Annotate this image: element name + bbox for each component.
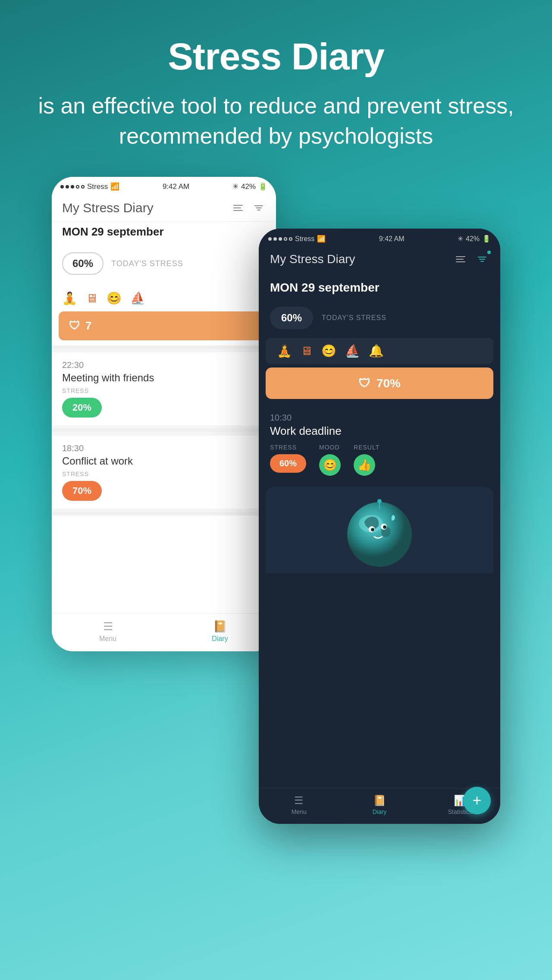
metric-result-col: RESULT 👍 <box>354 444 380 476</box>
filter-icon-dark <box>478 257 486 262</box>
globe-illustration <box>341 491 418 569</box>
filter-button-dark[interactable] <box>475 252 489 266</box>
battery-pct-light: 42% <box>241 182 256 191</box>
stress-icon-4-light: ⛵ <box>130 291 145 305</box>
time-dark: 9:42 AM <box>379 235 405 243</box>
entry-stress-label-1-light: STRESS <box>62 387 266 394</box>
icons-row-dark: 🧘 🖥 😊 ⛵ 🔔 <box>266 338 493 364</box>
svg-point-0 <box>347 502 412 567</box>
entry-metrics-dark: STRESS 60% MOOD 😊 RESULT 👍 <box>270 444 489 476</box>
stress-bar-value-dark: 70% <box>376 377 401 390</box>
entry-time-1-dark: 10:30 <box>270 413 489 423</box>
metric-stress-col: STRESS 60% <box>270 444 306 473</box>
wifi-icon-dark: 📶 <box>317 235 326 243</box>
filter-dot-dark <box>487 251 491 254</box>
battery-pct-dark: 42% <box>466 235 480 243</box>
entry-time-1-light: 22:30 <box>62 360 266 370</box>
entry-time-2-light: 18:30 <box>62 443 266 453</box>
diary-entry-2-light[interactable]: 18:30 Conflict at work STRESS 70% <box>52 436 276 509</box>
lines-button-light[interactable] <box>231 201 245 215</box>
time-light: 9:42 AM <box>163 182 189 191</box>
app-title-light: My Stress Diary <box>62 201 154 215</box>
battery-icon-light: 🔋 <box>258 182 267 191</box>
nav-menu-light[interactable]: ☰ Menu <box>52 620 164 643</box>
filter-button-light[interactable] <box>252 201 266 215</box>
lines-icon-dark <box>456 256 465 262</box>
diary-entry-1-light[interactable]: 22:30 Meeting with friends STRESS 20% <box>52 352 276 425</box>
svg-point-4 <box>372 528 374 530</box>
metric-stress-label: STRESS <box>270 444 306 451</box>
carrier-light: Stress <box>87 182 108 191</box>
fab-icon: + <box>472 792 481 810</box>
app-subtitle: is an effective tool to reduce and preve… <box>34 91 518 151</box>
entry-stress-label-2-light: STRESS <box>62 471 266 477</box>
icons-row-light: 🧘 🖥 😊 ⛵ <box>52 287 276 310</box>
carrier-dark: Stress <box>295 235 314 243</box>
stress-bar-dark: 🛡 70% <box>266 368 493 399</box>
globe-section <box>266 487 493 573</box>
stress-pill-1-light: 20% <box>62 398 102 418</box>
dark-content: MON 29 september 60% TODAY'S STRESS 🧘 🖥 … <box>259 272 500 578</box>
metric-stress-value: 60% <box>270 454 306 473</box>
app-title-dark: My Stress Diary <box>270 252 355 266</box>
mood-icon-circle: 😊 <box>319 454 341 476</box>
nav-diary-dark[interactable]: 📔 Diary <box>339 795 420 815</box>
date-header-light: MON 29 september <box>52 222 276 245</box>
date-header-dark: MON 29 september <box>259 276 500 302</box>
lines-button-dark[interactable] <box>454 252 467 266</box>
diary-icon-light: 📔 <box>213 620 227 633</box>
today-stress-label-light: TODAY'S STRESS <box>111 259 183 268</box>
dark-phone: Stress 📶 9:42 AM ✳ 42% 🔋 My Stress Diary <box>259 229 500 824</box>
status-bar-dark: Stress 📶 9:42 AM ✳ 42% 🔋 <box>259 229 500 246</box>
stress-icon-3-dark: 😊 <box>321 344 336 358</box>
today-stress-label-dark: TODAY'S STRESS <box>322 314 386 322</box>
stress-bar-value-light: 7 <box>85 319 91 333</box>
stress-icon-5-dark: 🔔 <box>369 344 384 358</box>
stress-icon-2-dark: 🖥 <box>301 344 313 358</box>
battery-icon-dark: 🔋 <box>482 235 491 243</box>
entry-name-1-light: Meeting with friends <box>62 372 266 384</box>
stress-icon-1-light: 🧘 <box>62 291 77 305</box>
nav-menu-dark[interactable]: ☰ Menu <box>259 795 339 815</box>
bluetooth-icon-light: ✳ <box>232 182 238 191</box>
menu-label-dark: Menu <box>292 808 307 815</box>
wifi-icon-light: 📶 <box>110 182 119 191</box>
stress-pill-2-light: 70% <box>62 481 102 501</box>
bluetooth-icon-dark: ✳ <box>458 235 463 243</box>
app-header-dark: My Stress Diary <box>259 246 500 272</box>
stress-badge-light: 60% <box>62 252 104 275</box>
menu-label-light: Menu <box>99 635 116 643</box>
diary-entry-1-dark[interactable]: 10:30 Work deadline STRESS 60% MOOD 😊 RE… <box>259 406 500 483</box>
stress-icon-2-light: 🖥 <box>86 291 98 305</box>
menu-icon-light: ☰ <box>103 620 113 633</box>
header-section: Stress Diary is an effective tool to red… <box>0 0 552 177</box>
diary-label-light: Diary <box>212 635 228 643</box>
menu-icon-dark: ☰ <box>294 795 304 807</box>
metric-mood-label: MOOD <box>319 444 341 451</box>
metric-result-label: RESULT <box>354 444 380 451</box>
filter-icon-light <box>254 205 263 210</box>
diary-label-dark: Diary <box>373 808 387 815</box>
shield-icon-dark: 🛡 <box>358 376 370 390</box>
entry-name-2-light: Conflict at work <box>62 455 266 467</box>
stress-badge-dark: 60% <box>270 307 313 329</box>
result-icon-circle: 👍 <box>354 454 375 476</box>
stress-icon-4-dark: ⛵ <box>345 344 360 358</box>
shield-icon-light: 🛡 <box>69 319 80 333</box>
svg-point-8 <box>377 499 382 503</box>
diary-icon-dark: 📔 <box>373 795 386 807</box>
status-bar-light: Stress 📶 9:42 AM ✳ 42% 🔋 <box>52 177 276 195</box>
phones-container: Stress 📶 9:42 AM ✳ 42% 🔋 My Stress Diary <box>39 177 513 845</box>
lines-icon-light <box>233 205 243 211</box>
app-title: Stress Diary <box>34 35 518 79</box>
app-header-light: My Stress Diary <box>52 195 276 222</box>
entry-name-1-dark: Work deadline <box>270 424 489 438</box>
bottom-nav-light: ☰ Menu 📔 Diary <box>52 613 276 651</box>
stress-icon-3-light: 😊 <box>107 291 122 305</box>
svg-point-7 <box>384 526 386 528</box>
fab-button[interactable]: + <box>463 787 491 814</box>
stress-icon-1-dark: 🧘 <box>277 344 292 358</box>
light-phone: Stress 📶 9:42 AM ✳ 42% 🔋 My Stress Diary <box>52 177 276 651</box>
metric-mood-col: MOOD 😊 <box>319 444 341 476</box>
stress-today-dark: 60% TODAY'S STRESS <box>259 302 500 333</box>
